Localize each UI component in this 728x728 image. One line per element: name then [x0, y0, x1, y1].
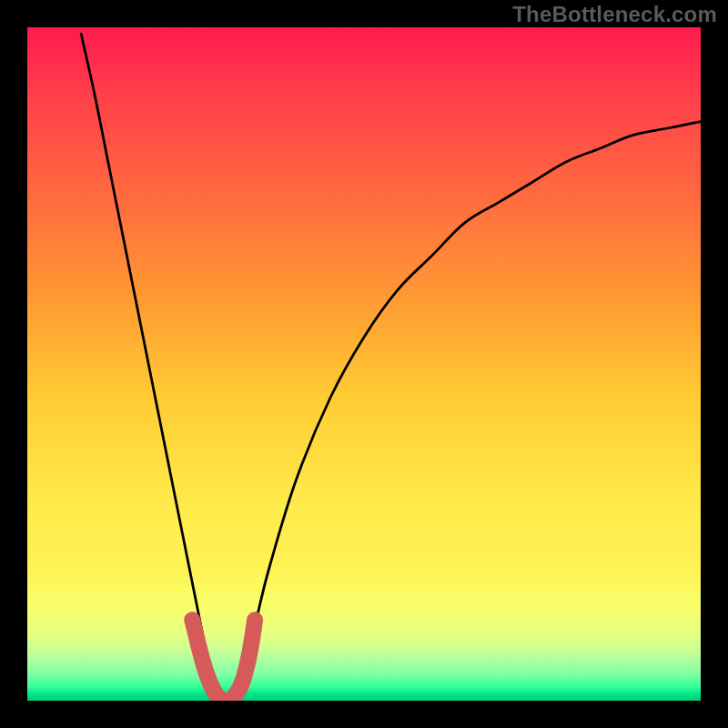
- watermark-text: TheBottleneck.com: [512, 2, 717, 27]
- plot-svg: [27, 27, 701, 701]
- highlight-band: [192, 620, 255, 701]
- bottleneck-curve: [81, 34, 701, 701]
